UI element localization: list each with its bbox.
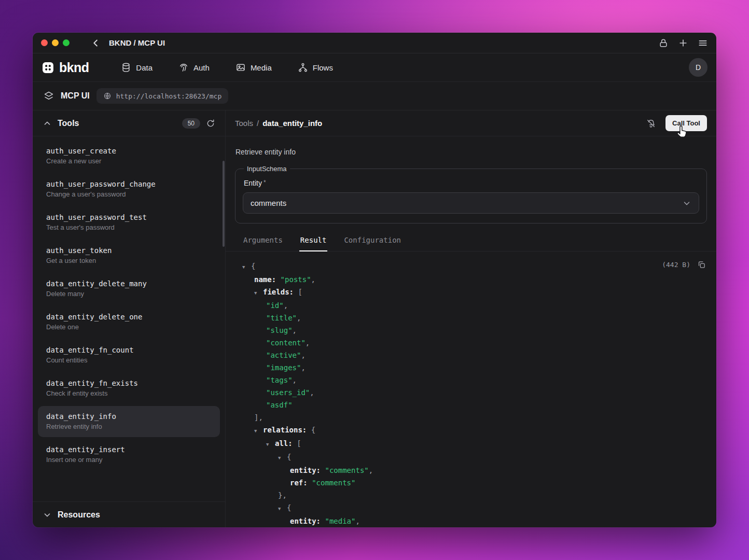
collapse-arrow-icon[interactable]: ▼ (254, 287, 260, 299)
tool-description: Delete one (46, 323, 212, 331)
tool-name: data_entity_fn_count (46, 346, 212, 354)
json-token: , (293, 376, 297, 384)
collapse-arrow-icon[interactable]: ▼ (278, 452, 284, 464)
tool-list-item[interactable]: data_entity_delete_manyDelete many (38, 273, 220, 304)
fingerprint-icon (178, 62, 189, 73)
tool-description: Create a new user (46, 157, 212, 165)
chevron-up-icon[interactable] (43, 119, 52, 128)
json-token: "content" (266, 339, 306, 347)
tool-name: data_entity_fn_exists (46, 379, 212, 387)
tool-list-item[interactable]: auth_user_createCreate a new user (38, 141, 220, 172)
tool-list-item[interactable]: data_entity_fn_existsCheck if entity exi… (38, 373, 220, 404)
json-token: "active" (266, 351, 301, 359)
json-token: "comments" (325, 466, 368, 474)
tool-list-item[interactable]: data_entity_fn_countCount entities (38, 340, 220, 371)
json-token: "posts" (281, 275, 311, 284)
tool-name: auth_user_password_change (46, 180, 212, 188)
input-schema-fieldset: InputSchema Entity* comments (235, 165, 707, 223)
breadcrumb: Tools / data_entity_info (235, 119, 322, 128)
json-line: "images", (242, 361, 707, 374)
json-token: , (355, 517, 359, 525)
json-token: , (310, 388, 314, 397)
json-line: "slug", (242, 324, 707, 337)
json-token: "images" (266, 363, 301, 372)
tool-name: data_entity_insert (46, 445, 212, 454)
chevron-down-icon (682, 199, 691, 208)
tool-description: Get a user token (46, 257, 212, 264)
collapse-arrow-icon[interactable]: ▼ (254, 425, 260, 437)
nav-item-auth[interactable]: Auth (178, 62, 210, 73)
json-token: all: (275, 439, 293, 447)
tool-description: Retrieve entity info (46, 423, 212, 430)
minimize-button[interactable] (52, 39, 59, 46)
entity-select[interactable]: comments (243, 192, 699, 214)
json-token: { (287, 453, 291, 461)
tool-list-item[interactable]: data_entity_infoRetrieve entity info (38, 406, 220, 437)
resources-section-header[interactable]: Resources (33, 501, 225, 527)
tool-list-item[interactable]: data_entity_delete_oneDelete one (38, 306, 220, 338)
bknd-logo[interactable]: bknd (41, 60, 89, 75)
json-token: ref: (290, 479, 308, 487)
json-line: entity: "comments", (242, 464, 707, 477)
input-schema-legend: InputSchema (244, 165, 290, 173)
json-line: "asdf" (242, 399, 707, 411)
copy-icon[interactable] (697, 260, 706, 269)
tools-section-header[interactable]: Tools 50 (33, 110, 225, 136)
json-token: { (251, 262, 255, 270)
json-token: ], (254, 413, 263, 422)
nav-item-label: Data (136, 63, 152, 72)
flow-icon (298, 62, 308, 73)
subheader: MCP UI http://localhost:28623/mcp (33, 82, 716, 110)
sidebar-scrollbar[interactable] (223, 161, 225, 247)
json-token: , (297, 314, 301, 322)
entity-select-value: comments (251, 199, 286, 207)
tab-result[interactable]: Result (299, 236, 328, 251)
json-token: [ (298, 288, 302, 296)
refresh-icon[interactable] (206, 119, 215, 128)
json-token: , (293, 326, 297, 334)
json-token (307, 426, 311, 434)
collapse-arrow-icon[interactable]: ▼ (266, 438, 272, 451)
json-token: , (369, 466, 373, 474)
json-token: "id" (266, 301, 284, 310)
avatar[interactable]: D (689, 58, 708, 77)
breadcrumb-root[interactable]: Tools (235, 119, 253, 128)
json-token: "slug" (266, 326, 293, 334)
tab-arguments[interactable]: Arguments (242, 236, 284, 251)
zoom-button[interactable] (63, 39, 70, 46)
nav-item-flows[interactable]: Flows (298, 62, 333, 73)
database-icon (121, 62, 131, 73)
new-tab-icon[interactable] (678, 38, 688, 48)
menu-icon[interactable] (698, 38, 708, 48)
tool-list-item[interactable]: data_entity_insertInsert one or many (38, 439, 220, 470)
json-line: "title", (242, 312, 707, 324)
resources-header-label: Resources (58, 510, 100, 520)
mcp-url: http://localhost:28623/mcp (116, 92, 222, 100)
breadcrumb-current: data_entity_info (262, 119, 322, 128)
tool-list-item[interactable]: auth_user_password_changeChange a user's… (38, 174, 220, 205)
tool-description: Test a user's password (46, 223, 212, 231)
json-token (308, 479, 312, 487)
json-line: ▼{ (242, 260, 707, 273)
tool-detail-panel: Tools / data_entity_info Call Tool (226, 110, 716, 527)
json-token: { (287, 503, 291, 512)
json-line: ▼all: [ (242, 437, 707, 451)
tab-configuration[interactable]: Configuration (343, 236, 402, 251)
notifications-off-icon[interactable] (646, 118, 656, 129)
collapse-arrow-icon[interactable]: ▼ (242, 261, 248, 273)
json-line: ▼{ (242, 501, 707, 515)
bknd-logo-icon (41, 61, 54, 74)
close-button[interactable] (41, 39, 48, 46)
collapse-arrow-icon[interactable]: ▼ (278, 502, 284, 515)
chevron-down-icon[interactable] (43, 510, 52, 520)
tool-list-item[interactable]: auth_user_password_testTest a user's pas… (38, 207, 220, 238)
nav-item-media[interactable]: Media (235, 62, 272, 73)
back-icon[interactable] (90, 37, 102, 49)
window-title: BKND / MCP UI (109, 38, 165, 47)
tool-name: auth_user_token (46, 246, 212, 255)
nav-item-data[interactable]: Data (121, 62, 152, 73)
lock-icon[interactable] (658, 38, 669, 48)
tool-list-item[interactable]: auth_user_tokenGet a user token (38, 240, 220, 271)
mcp-url-pill[interactable]: http://localhost:28623/mcp (96, 88, 229, 104)
call-tool-button[interactable]: Call Tool (665, 115, 707, 131)
